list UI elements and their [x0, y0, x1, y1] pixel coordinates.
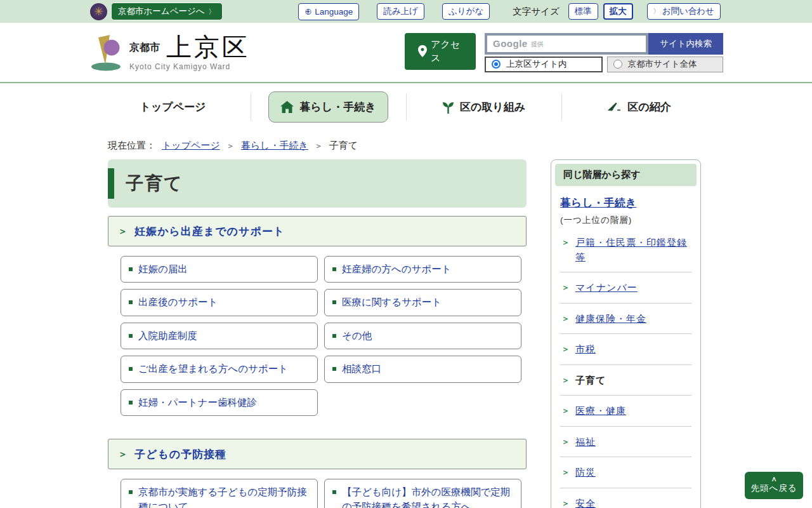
square-bullet-icon	[129, 267, 133, 271]
nav-shoukai-label: 区の紹介	[627, 100, 671, 114]
title-accent-bar	[108, 168, 114, 199]
sprout-icon	[442, 101, 454, 114]
nav-top-page-label: トップページ	[140, 100, 206, 114]
home-icon	[280, 101, 294, 113]
search-input[interactable]: Google 提供	[485, 33, 648, 55]
nav-ku-torikumi[interactable]: 区の取り組み	[406, 83, 561, 131]
back-to-top-button[interactable]: ∧ 先頭へ戻る	[745, 472, 803, 499]
content-link[interactable]: その他	[324, 323, 521, 349]
kyoto-city-home-button[interactable]: 京都市ホームページへ 〉	[111, 3, 223, 20]
brush-icon	[607, 102, 622, 113]
logo-ward-label: 上京区	[166, 34, 250, 60]
sidebar-item-label: 市税	[575, 342, 596, 357]
search-scope-city-radio[interactable]: 京都市サイト全体	[607, 57, 724, 72]
nav-kurashi-tetsuzuki[interactable]: 暮らし・手続き	[251, 83, 406, 131]
sidebar-same-level: 同じ階層から探す 暮らし・手続き (一つ上位の階層) ＞ 戸籍・住民票・印鑑登録…	[551, 159, 701, 508]
sidebar-parent-link[interactable]: 暮らし・手続き	[560, 197, 636, 209]
sidebar-item[interactable]: ＞ 医療・健康	[560, 396, 691, 427]
section-heading-label: 子どもの予防接種	[134, 447, 226, 462]
sidebar-item[interactable]: ＞ 子育て	[560, 365, 691, 396]
square-bullet-icon	[332, 490, 336, 494]
square-bullet-icon	[129, 490, 133, 494]
sidebar-item-label: 福祉	[575, 435, 596, 450]
content-link[interactable]: 医療に関するサポート	[324, 289, 521, 316]
sidebar-item[interactable]: ＞ 健康保険・年金	[560, 304, 691, 335]
chevron-right-icon: ＞	[561, 281, 570, 295]
breadcrumb: 現在位置： トップページ ＞ 暮らし・手続き ＞ 子育て	[108, 140, 812, 152]
chevron-right-icon: ＞	[315, 140, 323, 152]
sidebar-item[interactable]: ＞ 市税	[560, 334, 691, 365]
sidebar-item[interactable]: ＞ マイナンバー	[560, 272, 691, 304]
content-link[interactable]: 京都市が実施する子どもの定期予防接種について	[121, 479, 318, 508]
radio-selected-icon	[492, 60, 501, 69]
ward-logo-mark-icon	[89, 33, 123, 72]
square-bullet-icon	[332, 334, 336, 338]
content-link-label: 入院助産制度	[138, 329, 197, 343]
sidebar-item[interactable]: ＞ 防災	[560, 457, 691, 488]
content-link[interactable]: 妊婦・パートナー歯科健診	[121, 389, 318, 416]
read-aloud-button[interactable]: 読み上げ	[377, 3, 424, 20]
furigana-button[interactable]: ふりがな	[442, 3, 490, 20]
link-list-vaccination: 京都市が実施する子どもの定期予防接種について 【子ども向け】市外の医療機関で定期…	[121, 479, 521, 508]
fontsize-enlarge-button[interactable]: 拡大	[603, 3, 633, 20]
fontsize-label: 文字サイズ	[513, 6, 560, 18]
fontsize-standard-button[interactable]: 標準	[568, 3, 598, 20]
breadcrumb-top-page[interactable]: トップページ	[162, 140, 220, 152]
content-link[interactable]: 相談窓口	[324, 356, 521, 382]
sidebar-item-label: 子育て	[575, 373, 606, 388]
language-label: Language	[315, 7, 353, 17]
sidebar-parent-note: (一つ上位の階層)	[560, 215, 691, 226]
chevron-right-icon: ＞	[226, 140, 235, 152]
link-list-pregnancy: 妊娠の届出 妊産婦の方へのサポート 出産後のサポート 医療に関するサポート	[121, 256, 521, 416]
square-bullet-icon	[332, 300, 336, 304]
chevron-right-icon: ＞	[561, 465, 570, 480]
content-link[interactable]: 妊産婦の方へのサポート	[324, 256, 521, 283]
content-link[interactable]: ご出産を望まれる方へのサポート	[121, 356, 318, 382]
square-bullet-icon	[332, 267, 336, 271]
nav-torikumi-label: 区の取り組み	[460, 100, 525, 114]
nav-top-page[interactable]: トップページ	[95, 83, 251, 131]
chevron-right-icon: ＞	[561, 404, 570, 418]
logo-text: 京都市 上京区 Kyoto City Kamigyo Ward	[129, 34, 250, 71]
chevron-right-icon: ＞	[561, 497, 570, 508]
content-link-label: 妊婦・パートナー歯科健診	[138, 396, 257, 410]
utility-bar: ✳ 京都市ホームページへ 〉 ⊕ Language 読み上げ ふりがな 文字サイ…	[0, 0, 812, 23]
content-link[interactable]: 妊娠の届出	[121, 256, 318, 283]
access-label: アクセス	[431, 38, 462, 64]
search-scope-ward-label: 上京区サイト内	[506, 58, 566, 70]
content-link-label: 妊産婦の方へのサポート	[342, 262, 452, 276]
nav-ku-shoukai[interactable]: 区の紹介	[561, 83, 717, 131]
site-search-button[interactable]: サイト内検索	[648, 33, 723, 55]
site-logo[interactable]: 京都市 上京区 Kyoto City Kamigyo Ward	[89, 33, 250, 72]
chevron-up-icon: ∧	[745, 475, 803, 483]
google-provided-label: 提供	[531, 38, 544, 49]
sidebar-item[interactable]: ＞ 戸籍・住民票・印鑑登録等	[560, 227, 691, 272]
chevron-right-icon: 〉	[209, 7, 216, 17]
sidebar-item-list: ＞ 戸籍・住民票・印鑑登録等 ＞ マイナンバー ＞ 健康保険・年金 ＞	[560, 227, 691, 508]
sidebar-title: 同じ階層から探す	[555, 164, 697, 186]
kyoto-city-home-label: 京都市ホームページへ	[118, 6, 205, 17]
content-link-label: 妊娠の届出	[138, 262, 188, 276]
search-scope-ward-radio[interactable]: 上京区サイト内	[485, 57, 603, 72]
square-bullet-icon	[129, 334, 133, 338]
section-heading-label: 妊娠から出産までのサポート	[134, 224, 285, 239]
sidebar-item[interactable]: ＞ 福祉	[560, 427, 691, 458]
sidebar-item-label: 健康保険・年金	[575, 312, 646, 326]
site-header: 京都市 上京区 Kyoto City Kamigyo Ward アクセス Goo…	[0, 23, 812, 83]
access-button[interactable]: アクセス	[405, 33, 476, 70]
breadcrumb-kurashi[interactable]: 暮らし・手続き	[241, 140, 308, 152]
chevron-right-icon: ＞	[561, 312, 570, 326]
content-link-label: その他	[342, 329, 372, 343]
content-link[interactable]: 【子ども向け】市外の医療機関で定期の予防接種を希望される方へ	[324, 479, 521, 508]
contact-button[interactable]: 〉 お問い合わせ	[647, 3, 721, 20]
chevron-right-icon: ＞	[561, 435, 570, 450]
page-title-panel: 子育て	[108, 159, 527, 208]
square-bullet-icon	[129, 367, 133, 371]
section-heading-vaccination: ＞ 子どもの予防接種	[108, 439, 527, 469]
contact-label: お問い合わせ	[662, 6, 714, 17]
radio-unselected-icon	[613, 60, 622, 69]
content-link[interactable]: 入院助産制度	[121, 323, 318, 349]
content-link[interactable]: 出産後のサポート	[121, 289, 318, 316]
language-button[interactable]: ⊕ Language	[298, 3, 359, 20]
sidebar-item[interactable]: ＞ 安全	[560, 488, 691, 508]
